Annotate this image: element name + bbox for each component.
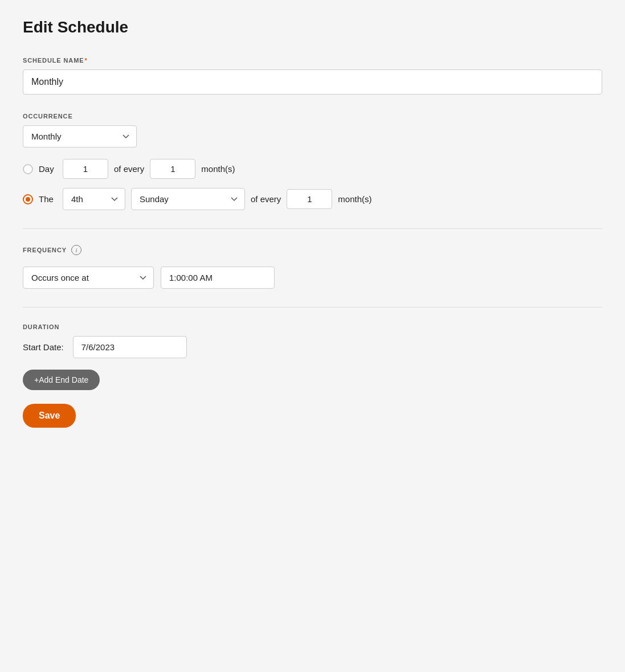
start-date-input[interactable]: [73, 336, 187, 358]
add-end-date-button[interactable]: +Add End Date: [23, 370, 100, 390]
duration-label: DURATION: [23, 323, 602, 330]
schedule-name-label: SCHEDULE NAME*: [23, 57, 602, 64]
frequency-row: Occurs once at Occurs every: [23, 267, 602, 289]
day-label: Day: [39, 164, 57, 174]
occurrence-label: OCCURRENCE: [23, 113, 602, 120]
day-of-week-dropdown[interactable]: Sunday Monday Tuesday Wednesday Thursday…: [131, 188, 245, 210]
occurrence-dropdown[interactable]: Daily Weekly Monthly Yearly: [23, 125, 137, 147]
radio-row-the: The 1st 2nd 3rd 4th Last Sunday Monday T…: [23, 188, 602, 210]
radio-row-day: Day of every month(s): [23, 159, 602, 179]
schedule-name-input[interactable]: [23, 69, 602, 95]
start-date-label: Start Date:: [23, 342, 64, 352]
frequency-header: FREQUENCY i: [23, 245, 602, 255]
radio-btn-day[interactable]: [23, 164, 33, 174]
of-every-text-2: of every: [251, 194, 281, 204]
the-label: The: [39, 194, 57, 204]
duration-content: Start Date: +Add End Date Save: [23, 336, 602, 428]
radio-btn-the[interactable]: [23, 194, 33, 204]
frequency-info-icon[interactable]: i: [71, 245, 81, 255]
months-label-2: month(s): [338, 194, 371, 204]
day-number-input[interactable]: [63, 159, 108, 179]
schedule-name-section: SCHEDULE NAME*: [23, 57, 602, 95]
frequency-label: FREQUENCY: [23, 247, 67, 253]
of-every-text-1: of every: [114, 164, 144, 174]
position-dropdown[interactable]: 1st 2nd 3rd 4th Last: [63, 188, 125, 210]
frequency-section: FREQUENCY i Occurs once at Occurs every: [23, 228, 602, 289]
occurrence-radio-group: Day of every month(s) The 1st 2nd 3rd 4t…: [23, 159, 602, 210]
month-interval-input-2[interactable]: [287, 189, 332, 209]
save-button[interactable]: Save: [23, 404, 76, 428]
time-input[interactable]: [161, 267, 275, 289]
frequency-dropdown[interactable]: Occurs once at Occurs every: [23, 267, 154, 289]
month-interval-input-1[interactable]: [150, 159, 195, 179]
start-date-row: Start Date:: [23, 336, 602, 358]
occurrence-section: OCCURRENCE Daily Weekly Monthly Yearly D…: [23, 113, 602, 210]
duration-section: DURATION Start Date: +Add End Date Save: [23, 307, 602, 428]
months-label-1: month(s): [201, 164, 235, 174]
page-title: Edit Schedule: [23, 18, 602, 36]
